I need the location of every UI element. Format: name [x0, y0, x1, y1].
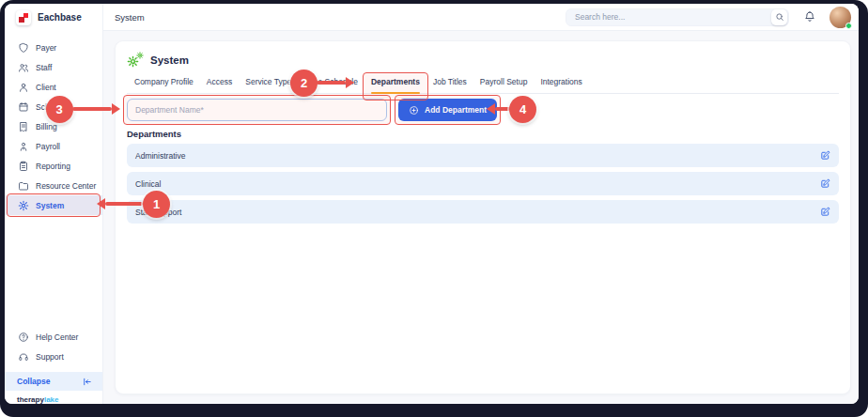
- sidebar-footer-nav: Help Center Support: [5, 320, 102, 366]
- system-card: System Company Profile Access Service Ty…: [115, 40, 851, 394]
- search-icon[interactable]: [771, 9, 787, 25]
- app: Eachbase Payer Staff Client Schedule: [5, 4, 859, 404]
- help-icon: [18, 332, 29, 343]
- system-gears-icon: [127, 53, 144, 68]
- sidebar-item-staff[interactable]: Staff: [5, 57, 102, 77]
- sidebar-item-help-center[interactable]: Help Center: [5, 327, 102, 347]
- edit-icon[interactable]: [820, 150, 830, 161]
- tab-access[interactable]: Access: [207, 77, 232, 93]
- sidebar-item-label: Payroll: [36, 142, 60, 151]
- edit-icon[interactable]: [820, 178, 830, 189]
- window-frame: Eachbase Payer Staff Client Schedule: [0, 0, 868, 417]
- sidebar-item-support[interactable]: Support: [5, 347, 102, 366]
- shield-icon: [18, 42, 29, 54]
- tab-company-profile[interactable]: Company Profile: [134, 77, 194, 93]
- department-row[interactable]: Clinical: [127, 172, 839, 195]
- headset-icon: [18, 351, 29, 363]
- folder-icon: [18, 180, 29, 192]
- department-name: Clinical: [135, 179, 161, 189]
- plus-circle-icon: [409, 105, 419, 116]
- sidebar-item-label: Help Center: [36, 332, 78, 342]
- tab-fee-schedule[interactable]: Fee Schedule: [308, 77, 357, 93]
- department-name: Staff Support: [135, 208, 181, 217]
- sidebar-item-label: Schedule: [36, 102, 69, 112]
- tab-service-types[interactable]: Service Types: [245, 77, 295, 93]
- payroll-icon: [18, 141, 29, 152]
- departments-list-title: Departments: [127, 129, 839, 139]
- add-department-label: Add Department: [425, 105, 487, 115]
- collapse-label: Collapse: [17, 377, 50, 386]
- tab-payroll-setup[interactable]: Payroll Setup: [480, 77, 528, 93]
- collapse-button[interactable]: Collapse: [5, 372, 102, 391]
- online-status-dot: [845, 23, 852, 29]
- department-row[interactable]: Staff Support: [127, 200, 839, 224]
- sidebar-item-payroll[interactable]: Payroll: [5, 136, 102, 156]
- sidebar-item-client[interactable]: Client: [5, 77, 102, 97]
- person-icon: [18, 82, 29, 93]
- brand-part-therapy: therapy: [17, 395, 44, 404]
- page-title: System: [115, 12, 145, 23]
- department-name-input[interactable]: [127, 99, 387, 121]
- sidebar-item-payer[interactable]: Payer: [5, 38, 102, 57]
- eachbase-logo-icon: [16, 10, 31, 25]
- logo-text: Eachbase: [38, 12, 82, 23]
- sidebar-item-reporting[interactable]: Reporting: [5, 156, 102, 176]
- sidebar-item-label: Client: [36, 83, 56, 92]
- calendar-icon: [18, 101, 29, 113]
- sidebar: Eachbase Payer Staff Client Schedule: [5, 4, 103, 404]
- sidebar-item-system[interactable]: System: [5, 195, 102, 215]
- card-title: System: [150, 54, 189, 66]
- sidebar-item-label: Resource Center: [36, 181, 96, 191]
- department-row[interactable]: Administrative: [127, 144, 839, 167]
- sidebar-item-label: Payer: [36, 43, 56, 53]
- sidebar-item-billing[interactable]: Billing: [5, 116, 102, 136]
- tab-integrations[interactable]: Integrations: [540, 77, 581, 93]
- card-header: System: [127, 53, 839, 68]
- topbar: System: [103, 4, 859, 31]
- sidebar-item-label: Billing: [36, 122, 57, 131]
- clipboard-icon: [18, 161, 29, 172]
- sidebar-item-label: Reporting: [36, 162, 70, 171]
- sidebar-item-schedule[interactable]: Schedule: [5, 97, 102, 116]
- logo: Eachbase: [5, 4, 102, 31]
- tab-job-titles[interactable]: Job Titles: [433, 77, 467, 93]
- tab-label: Departments: [371, 77, 420, 86]
- sidebar-nav: Payer Staff Client Schedule Billing: [5, 31, 102, 215]
- add-department-button[interactable]: Add Department: [398, 99, 497, 121]
- brand-part-lake: lake: [44, 395, 59, 404]
- therapylake-logo: therapylake: [5, 391, 102, 404]
- gear-icon: [18, 200, 29, 211]
- receipt-icon: [18, 121, 29, 132]
- sidebar-item-label: System: [36, 201, 64, 210]
- department-name: Administrative: [135, 151, 185, 161]
- collapse-icon: [82, 377, 92, 387]
- main-area: System Company Profile Access Service Ty…: [103, 31, 859, 404]
- search-bar: [566, 8, 789, 26]
- tab-departments[interactable]: Departments: [371, 77, 420, 93]
- search-input[interactable]: [566, 11, 771, 23]
- team-icon: [18, 62, 29, 73]
- edit-icon[interactable]: [820, 207, 830, 217]
- sidebar-item-resource-center[interactable]: Resource Center: [5, 176, 102, 195]
- sidebar-item-label: Staff: [36, 63, 52, 72]
- notifications-bell-icon[interactable]: [803, 10, 816, 23]
- add-department-form: Add Department: [127, 99, 839, 121]
- sidebar-item-label: Support: [36, 352, 64, 362]
- tab-bar: Company Profile Access Service Types Fee…: [127, 68, 839, 94]
- avatar[interactable]: [829, 7, 851, 28]
